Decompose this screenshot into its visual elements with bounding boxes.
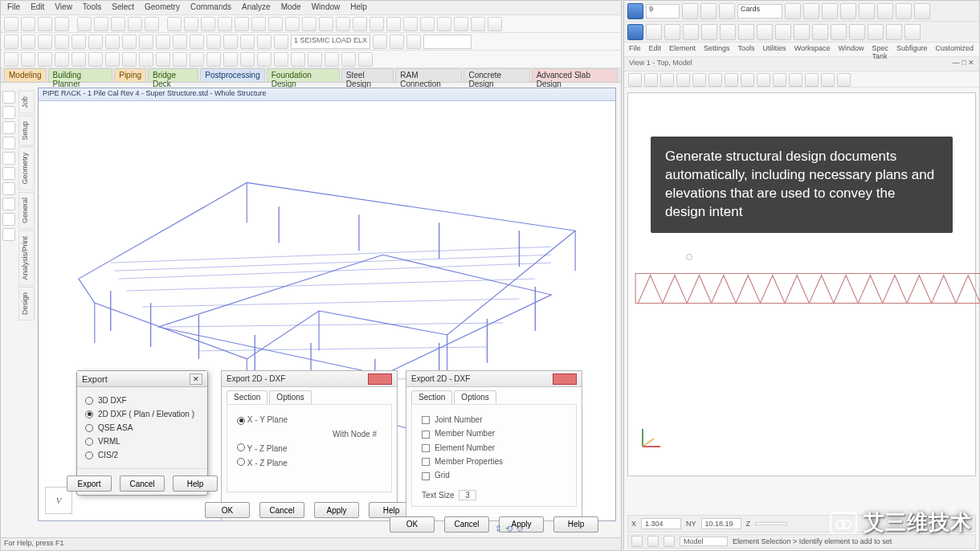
menu-file[interactable]: File [6, 2, 22, 13]
tb2-q-icon[interactable] [274, 35, 288, 49]
tb2-m-icon[interactable] [206, 35, 221, 49]
size-combo[interactable]: 9 [646, 4, 680, 18]
tb2-a-icon[interactable] [4, 35, 18, 49]
rv-rotate-icon[interactable] [628, 73, 642, 87]
r-measure-icon[interactable] [886, 24, 902, 40]
r-array-icon[interactable] [868, 24, 884, 40]
radio-3d-dxf[interactable] [85, 397, 93, 405]
tab-adv-slab-design[interactable]: Advanced Slab Design [532, 68, 618, 82]
tab-options-a[interactable]: Options [269, 390, 311, 404]
tb2-t-icon[interactable] [406, 35, 421, 49]
tb2-b-icon[interactable] [21, 35, 35, 49]
menu-mode[interactable]: Mode [280, 2, 303, 13]
text-size-field[interactable]: 3 [459, 490, 476, 500]
tb-front-icon[interactable] [319, 17, 333, 31]
apply-button-a[interactable]: Apply [314, 502, 359, 518]
tb2-r-icon[interactable] [373, 35, 387, 49]
tb2-k-icon[interactable] [173, 35, 187, 49]
model-combo[interactable]: Model [680, 537, 728, 546]
tb3-20-icon[interactable] [325, 52, 339, 67]
rmenu-element[interactable]: Element [669, 44, 696, 55]
rail-snap-icon[interactable] [2, 182, 15, 195]
tb-snap-icon[interactable] [488, 17, 502, 31]
tb-cut-icon[interactable] [111, 17, 125, 31]
tb-render-icon[interactable] [353, 17, 367, 31]
menu-tools[interactable]: Tools [81, 2, 103, 13]
rmenu-window[interactable]: Window [838, 44, 864, 55]
rv-render-icon[interactable] [757, 73, 770, 87]
tab-bridge-deck[interactable]: Bridge Deck [148, 68, 198, 82]
rv-view4-icon[interactable] [837, 73, 851, 87]
tb-new-icon[interactable] [4, 17, 18, 31]
rv-clip-icon[interactable] [773, 73, 786, 87]
r-dim-icon[interactable] [738, 24, 754, 40]
chk-member[interactable] [422, 431, 430, 439]
tb-paste-icon[interactable] [145, 17, 159, 31]
tb3-21-icon[interactable] [341, 52, 356, 67]
rail-solid-icon[interactable] [2, 152, 15, 165]
r-models-icon[interactable] [859, 3, 875, 19]
r-print-icon[interactable] [877, 3, 893, 19]
radio-cis2[interactable] [85, 451, 93, 459]
tab-modeling[interactable]: Modeling [4, 68, 47, 82]
rail-cursor-icon[interactable] [2, 91, 15, 104]
r-info-icon[interactable] [896, 3, 912, 19]
vtab-general[interactable]: General [18, 192, 35, 229]
tb2-h-icon[interactable] [122, 35, 137, 49]
menu-geometry[interactable]: Geometry [143, 2, 182, 13]
tb2-i-icon[interactable] [139, 35, 153, 49]
rmenu-utils[interactable]: Utilities [763, 44, 786, 55]
r-rotate-icon[interactable] [831, 24, 847, 40]
tab-options-b[interactable]: Options [454, 390, 496, 404]
tb-copy-icon[interactable] [128, 17, 142, 31]
tab-section[interactable]: Section [227, 390, 267, 404]
rmenu-custom[interactable]: Customized [936, 44, 974, 55]
rv-view2-icon[interactable] [805, 73, 819, 87]
rail-plate-icon[interactable] [2, 137, 15, 149]
r-select-icon[interactable] [627, 24, 643, 40]
tb3-18-icon[interactable] [291, 52, 305, 67]
radio-2d-dxf[interactable] [85, 410, 93, 418]
export2d-a-close-icon[interactable] [368, 373, 392, 385]
tb-rotate-icon[interactable] [201, 17, 215, 31]
tb-wire-icon[interactable] [370, 17, 384, 31]
tb3-19-icon[interactable] [308, 52, 322, 67]
cancel-button-b[interactable]: Cancel [444, 516, 489, 533]
rmenu-subfig[interactable]: Subfigure [896, 44, 928, 55]
tb-move-icon[interactable] [184, 17, 198, 31]
tb-save-icon[interactable] [38, 17, 52, 31]
ok-button-a[interactable]: OK [205, 502, 250, 518]
tb2-n-icon[interactable] [223, 35, 238, 49]
tb3-4-icon[interactable] [55, 52, 69, 67]
r-level-icon[interactable] [803, 3, 819, 19]
tb-select-icon[interactable] [167, 17, 182, 31]
cancel-button-a[interactable]: Cancel [259, 502, 304, 518]
tb2-s-icon[interactable] [390, 35, 404, 49]
r-line2-icon[interactable] [664, 24, 680, 40]
export-close-icon[interactable]: ✕ [190, 373, 202, 385]
tb-mirror-icon[interactable] [218, 17, 232, 31]
r-move2-icon[interactable] [812, 24, 828, 40]
tb-undo-icon[interactable] [77, 17, 92, 31]
tab-ram-connection[interactable]: RAM Connection [395, 68, 462, 82]
rv-window-icon[interactable] [692, 73, 706, 87]
tb-node-icon[interactable] [386, 17, 401, 31]
vtab-geometry[interactable]: Geometry [18, 147, 35, 190]
rv-prev-icon[interactable] [708, 73, 722, 87]
tab-concrete-design[interactable]: Concrete Design [463, 68, 529, 82]
rail-grid-icon[interactable] [2, 198, 15, 210]
rmenu-file[interactable]: File [629, 44, 641, 55]
menu-analyze[interactable]: Analyze [240, 2, 272, 13]
rail-dim-icon[interactable] [2, 167, 15, 180]
tb2-d-icon[interactable] [55, 35, 69, 49]
tb3-5-icon[interactable] [71, 52, 86, 67]
r-keyin-icon[interactable] [914, 3, 930, 19]
tb3-16-icon[interactable] [257, 52, 272, 67]
rail-layer-icon[interactable] [2, 213, 15, 226]
rmenu-workspace[interactable]: Workspace [794, 44, 831, 55]
tb3-7-icon[interactable] [105, 52, 120, 67]
tab-foundation[interactable]: Foundation Design [267, 68, 340, 82]
tb3-6-icon[interactable] [88, 52, 103, 67]
r-app-icon[interactable] [627, 3, 643, 19]
rv-display-icon[interactable] [741, 73, 754, 87]
